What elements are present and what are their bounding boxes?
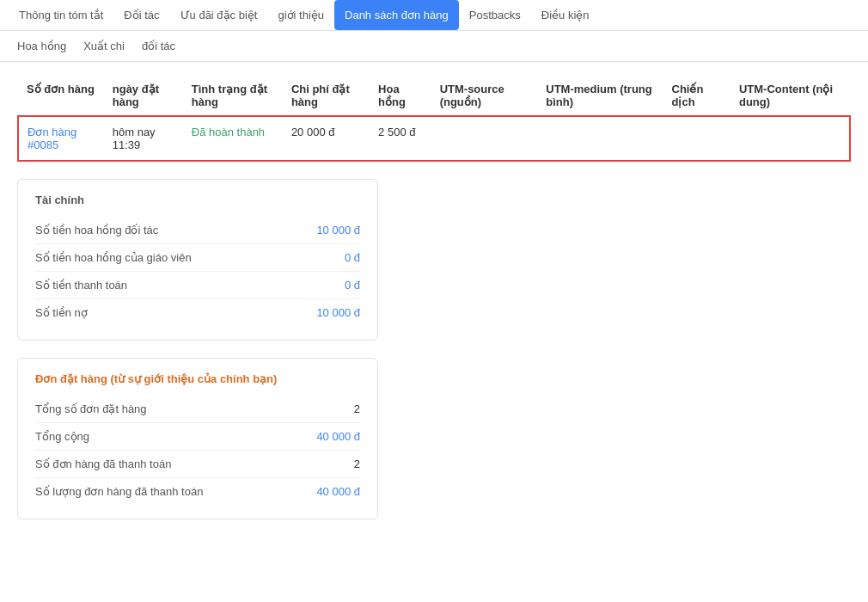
orders-value-2: 40 000 đ [316, 430, 360, 443]
nav-thong-tin-tom-tat[interactable]: Thông tin tóm tắt [9, 0, 113, 30]
nav-gioi-thieu[interactable]: giới thiệu [267, 0, 334, 30]
orders-label-1: Tổng số đơn đặt hàng [35, 402, 147, 415]
orders-value-3: 2 [354, 458, 360, 470]
finance-value-2: 0 đ [345, 251, 360, 264]
orders-card: Đơn đặt hàng (từ sự giới thiệu của chính… [17, 358, 378, 519]
col-chien-dich: Chiến dịch [663, 76, 730, 116]
finance-value-1: 10 000 đ [316, 224, 360, 236]
finance-value-4: 10 000 đ [316, 306, 360, 319]
main-content: Số đơn hàng ngày đặt hàng Tình trạng đặt… [0, 62, 868, 550]
nav-dieu-kien[interactable]: Điều kiện [531, 0, 600, 30]
subnav-doi-tac[interactable]: đối tác [133, 36, 184, 56]
nav-uu-dai-dac-biet[interactable]: Ưu đãi đặc biệt [170, 0, 268, 30]
orders-table-wrapper: Số đơn hàng ngày đặt hàng Tình trạng đặt… [17, 76, 851, 162]
orders-row-3: Số đơn hàng đã thanh toán 2 [35, 451, 360, 478]
col-utm-medium: UTM-medium (trung bình) [537, 76, 663, 116]
orders-row-2: Tổng cộng 40 000 đ [35, 423, 360, 451]
finance-row-4: Số tiền nợ 10 000 đ [35, 299, 360, 326]
col-so-don-hang: Số đơn hàng [18, 76, 104, 116]
order-link[interactable]: Đơn hàng #0085 [28, 126, 76, 151]
finance-label-2: Số tiền hoa hồng của giáo viên [35, 251, 192, 264]
orders-table: Số đơn hàng ngày đặt hàng Tình trạng đặt… [17, 76, 851, 162]
nav-doi-tac[interactable]: Đối tác [113, 0, 169, 30]
finance-card: Tài chính Số tiền hoa hồng đối tác 10 00… [17, 179, 378, 341]
col-hoa-hong: Hoa hồng [370, 76, 431, 116]
cell-utm-source [431, 116, 538, 161]
col-tinh-trang: Tình trạng đặt hàng [183, 76, 283, 116]
table-header-row: Số đơn hàng ngày đặt hàng Tình trạng đặt… [18, 76, 850, 116]
subnav-xuat-chi[interactable]: Xuất chi [75, 36, 133, 56]
cell-hoa-hong: 2 500 đ [370, 116, 431, 161]
cell-chien-dich [663, 116, 730, 161]
col-utm-source: UTM-source (nguồn) [431, 76, 538, 116]
col-chi-phi: Chi phí đặt hàng [283, 76, 370, 116]
orders-label-4: Số lượng đơn hàng đã thanh toán [35, 485, 203, 498]
col-ngay-dat-hang: ngày đặt hàng [104, 76, 183, 116]
table-row: Đơn hàng #0085 hôm nay 11:39 Đã hoàn thà… [18, 116, 850, 161]
orders-row-1: Tổng số đơn đặt hàng 2 [35, 396, 360, 423]
sub-navigation: Hoa hồng Xuất chi đối tác [0, 31, 868, 62]
cell-utm-content [730, 116, 850, 161]
top-navigation: Thông tin tóm tắt Đối tác Ưu đãi đặc biệ… [0, 0, 868, 31]
finance-card-title: Tài chính [35, 194, 360, 206]
orders-value-4: 40 000 đ [316, 485, 360, 498]
finance-row-1: Số tiền hoa hồng đối tác 10 000 đ [35, 217, 360, 244]
cell-tinh-trang: Đã hoàn thành [183, 116, 283, 161]
cell-utm-medium [537, 116, 663, 161]
col-utm-content: UTM-Content (nội dung) [730, 76, 850, 116]
nav-danh-sach-don-hang[interactable]: Danh sách đơn hàng [334, 0, 459, 30]
subnav-hoa-hong[interactable]: Hoa hồng [9, 36, 75, 56]
nav-postbacks[interactable]: Postbacks [459, 0, 531, 30]
finance-label-1: Số tiền hoa hồng đối tác [35, 224, 158, 236]
orders-label-3: Số đơn hàng đã thanh toán [35, 458, 171, 470]
finance-value-3: 0 đ [345, 279, 360, 292]
cell-chi-phi: 20 000 đ [283, 116, 370, 161]
orders-label-2: Tổng cộng [35, 430, 89, 443]
finance-label-3: Số tiền thanh toán [35, 279, 127, 292]
finance-label-4: Số tiền nợ [35, 306, 88, 319]
orders-row-4: Số lượng đơn hàng đã thanh toán 40 000 đ [35, 478, 360, 505]
cell-so-don-hang[interactable]: Đơn hàng #0085 [18, 116, 104, 161]
finance-row-3: Số tiền thanh toán 0 đ [35, 272, 360, 299]
orders-value-1: 2 [354, 402, 360, 415]
finance-row-2: Số tiền hoa hồng của giáo viên 0 đ [35, 244, 360, 272]
orders-card-title: Đơn đặt hàng (từ sự giới thiệu của chính… [35, 372, 360, 385]
cell-ngay-dat-hang: hôm nay 11:39 [104, 116, 183, 161]
